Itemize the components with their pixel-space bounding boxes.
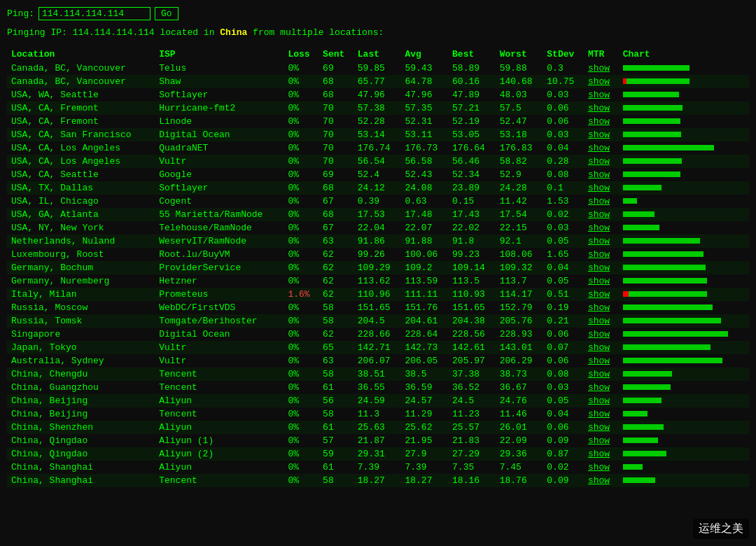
- cell-mtr[interactable]: show: [584, 288, 619, 301]
- mtr-show-link[interactable]: show: [588, 156, 610, 167]
- mtr-show-link[interactable]: show: [588, 396, 610, 406]
- mtr-show-link[interactable]: show: [588, 422, 610, 433]
- mtr-show-link[interactable]: show: [588, 223, 610, 233]
- cell-last: 17.53: [354, 208, 401, 221]
- cell-mtr[interactable]: show: [584, 447, 619, 461]
- cell-location: USA, IL, Chicago: [7, 195, 155, 208]
- cell-mtr[interactable]: show: [584, 368, 619, 381]
- mtr-show-link[interactable]: show: [588, 103, 610, 113]
- cell-avg: 53.11: [400, 128, 448, 141]
- cell-mtr[interactable]: show: [584, 421, 619, 434]
- mtr-show-link[interactable]: show: [588, 316, 610, 326]
- mtr-show-link[interactable]: show: [588, 329, 610, 340]
- cell-mtr[interactable]: show: [584, 381, 619, 394]
- mtr-show-link[interactable]: show: [588, 183, 610, 193]
- cell-mtr[interactable]: show: [584, 234, 619, 248]
- ping-input[interactable]: [38, 7, 150, 20]
- cell-avg: 22.07: [400, 221, 448, 234]
- cell-worst: 22.15: [496, 221, 543, 234]
- mtr-show-link[interactable]: show: [588, 262, 610, 273]
- cell-avg: 56.58: [400, 155, 448, 168]
- cell-mtr[interactable]: show: [584, 208, 619, 221]
- cell-mtr[interactable]: show: [584, 301, 619, 314]
- mtr-show-link[interactable]: show: [588, 236, 610, 246]
- mtr-show-link[interactable]: show: [588, 130, 610, 140]
- table-row: China, Qingdao Aliyun (2) 0% 59 29.31 27…: [7, 447, 749, 461]
- mtr-show-link[interactable]: show: [588, 382, 610, 393]
- mtr-show-link[interactable]: show: [588, 462, 610, 472]
- cell-mtr[interactable]: show: [584, 128, 619, 141]
- cell-loss: 0%: [284, 141, 318, 155]
- cell-avg: 64.78: [400, 75, 448, 88]
- cell-stdev: 0.87: [542, 447, 584, 461]
- cell-isp: Google: [155, 168, 284, 181]
- cell-mtr[interactable]: show: [584, 434, 619, 447]
- cell-mtr[interactable]: show: [584, 221, 619, 234]
- table-row: China, Guangzhou Tencent 0% 61 36.55 36.…: [7, 381, 749, 394]
- mtr-show-link[interactable]: show: [588, 90, 610, 100]
- cell-stdev: 0.06: [542, 115, 584, 128]
- cell-mtr[interactable]: show: [584, 75, 619, 88]
- ping-bar: Ping: Go: [7, 7, 749, 20]
- cell-mtr[interactable]: show: [584, 62, 619, 75]
- mtr-show-link[interactable]: show: [588, 196, 610, 206]
- mtr-show-link[interactable]: show: [588, 342, 610, 353]
- cell-location: Japan, Tokyo: [7, 341, 155, 354]
- cell-mtr[interactable]: show: [584, 407, 619, 421]
- mtr-show-link[interactable]: show: [588, 475, 610, 486]
- mtr-show-link[interactable]: show: [588, 76, 610, 87]
- mtr-show-link[interactable]: show: [588, 116, 610, 127]
- mtr-show-link[interactable]: show: [588, 356, 610, 366]
- cell-chart: [619, 155, 749, 168]
- cell-isp: Tencent: [155, 381, 284, 394]
- mtr-show-link[interactable]: show: [588, 276, 610, 286]
- cell-sent: 56: [318, 394, 354, 407]
- mtr-show-link[interactable]: show: [588, 409, 610, 419]
- cell-mtr[interactable]: show: [584, 102, 619, 115]
- mtr-show-link[interactable]: show: [588, 302, 610, 313]
- mtr-show-link[interactable]: show: [588, 169, 610, 180]
- chart-bar-green: [623, 464, 643, 470]
- cell-loss: 1.6%: [284, 288, 318, 301]
- cell-loss: 0%: [284, 434, 318, 447]
- cell-location: USA, CA, Seattle: [7, 168, 155, 181]
- cell-mtr[interactable]: show: [584, 155, 619, 168]
- cell-mtr[interactable]: show: [584, 195, 619, 208]
- chart-bar: [623, 144, 745, 152]
- table-row: China, Shanghai Aliyun 0% 61 7.39 7.39 7…: [7, 461, 749, 474]
- cell-chart: [619, 274, 749, 288]
- cell-mtr[interactable]: show: [584, 115, 619, 128]
- cell-mtr[interactable]: show: [584, 141, 619, 155]
- mtr-show-link[interactable]: show: [588, 63, 610, 74]
- cell-mtr[interactable]: show: [584, 328, 619, 341]
- mtr-show-link[interactable]: show: [588, 249, 610, 260]
- info-middle: located in: [155, 27, 220, 38]
- cell-mtr[interactable]: show: [584, 474, 619, 487]
- mtr-show-link[interactable]: show: [588, 143, 610, 153]
- mtr-show-link[interactable]: show: [588, 289, 610, 300]
- mtr-show-link[interactable]: show: [588, 369, 610, 379]
- cell-last: 110.96: [354, 288, 401, 301]
- cell-best: 204.38: [448, 314, 496, 328]
- cell-mtr[interactable]: show: [584, 248, 619, 261]
- cell-mtr[interactable]: show: [584, 461, 619, 474]
- mtr-show-link[interactable]: show: [588, 449, 610, 459]
- cell-location: China, Beijing: [7, 407, 155, 421]
- mtr-show-link[interactable]: show: [588, 209, 610, 220]
- cell-mtr[interactable]: show: [584, 181, 619, 195]
- chart-bar-green: [623, 105, 682, 111]
- table-row: Russia, Tomsk Tomgate/Berihoster 0% 58 2…: [7, 314, 749, 328]
- ping-go-button[interactable]: Go: [155, 7, 178, 20]
- cell-mtr[interactable]: show: [584, 341, 619, 354]
- cell-mtr[interactable]: show: [584, 168, 619, 181]
- cell-mtr[interactable]: show: [584, 88, 619, 102]
- cell-mtr[interactable]: show: [584, 261, 619, 274]
- cell-sent: 70: [318, 141, 354, 155]
- cell-best: 27.29: [448, 447, 496, 461]
- cell-mtr[interactable]: show: [584, 314, 619, 328]
- cell-mtr[interactable]: show: [584, 274, 619, 288]
- col-mtr: MTR: [584, 47, 619, 62]
- mtr-show-link[interactable]: show: [588, 435, 610, 446]
- cell-mtr[interactable]: show: [584, 354, 619, 368]
- cell-mtr[interactable]: show: [584, 394, 619, 407]
